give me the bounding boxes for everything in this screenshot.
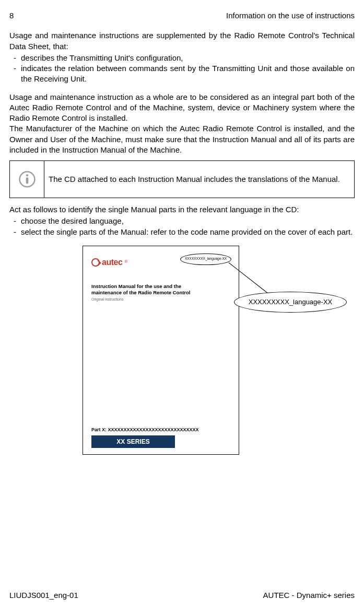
section-title: Information on the use of instructions — [226, 10, 355, 21]
manual-title-line2: maintenance of the Radio Remote Control — [91, 290, 230, 296]
info-note-box: The CD attached to each Instruction Manu… — [9, 160, 355, 198]
series-bar: XX SERIES — [91, 435, 175, 448]
list-item: select the single parts of the Manual: r… — [21, 227, 355, 237]
paragraph-act: Act as follows to identify the single Ma… — [9, 204, 355, 215]
part-line: Part X: XXXXXXXXXXXXXXXXXXXXXXXXXXXXX — [91, 427, 230, 433]
callout-code-large: XXXXXXXXX_language-XX — [234, 292, 347, 313]
svg-rect-2 — [26, 178, 28, 184]
logo-registered: ® — [124, 259, 127, 265]
info-note-text: The CD attached to each Instruction Manu… — [44, 161, 354, 198]
manual-title-line1: Instruction Manual for the use and the — [91, 283, 230, 290]
manual-title: Instruction Manual for the use and the m… — [91, 283, 230, 296]
logo-icon — [91, 258, 100, 267]
logo-text: autec — [102, 257, 122, 268]
list-identify: choose the desired language, select the … — [9, 216, 355, 237]
page-number: 8 — [9, 10, 14, 21]
manual-cover: autec ® XXXXXXXXX_language-XX Instructio… — [83, 246, 239, 455]
paragraph-integral: Usage and maintenance instruction as a w… — [9, 92, 355, 124]
list-item: choose the desired language, — [21, 216, 355, 226]
info-icon — [18, 170, 36, 188]
product-name: AUTEC - Dynamic+ series — [263, 590, 355, 601]
cover-figure: autec ® XXXXXXXXX_language-XX Instructio… — [9, 246, 355, 465]
doc-code: LIUDJS001_eng-01 — [9, 590, 78, 601]
original-instructions: Original instructions — [91, 297, 230, 302]
page-footer: LIUDJS001_eng-01 AUTEC - Dynamic+ series — [9, 590, 355, 601]
info-icon-cell — [10, 161, 44, 198]
list-item: describes the Transmitting Unit's config… — [21, 53, 355, 63]
page-header: 8 Information on the use of instructions — [9, 10, 355, 21]
list-tech-sheet: describes the Transmitting Unit's config… — [9, 53, 355, 85]
svg-point-1 — [26, 174, 28, 176]
paragraph-intro: Usage and maintenance instructions are s… — [9, 30, 355, 52]
cover-bottom: Part X: XXXXXXXXXXXXXXXXXXXXXXXXXXXXX XX… — [91, 427, 230, 447]
callout-code-small: XXXXXXXXX_language-XX — [180, 254, 231, 265]
paragraph-manufacturer: The Manufacturer of the Machine on which… — [9, 123, 355, 155]
list-item: indicates the relation between commands … — [21, 63, 355, 85]
